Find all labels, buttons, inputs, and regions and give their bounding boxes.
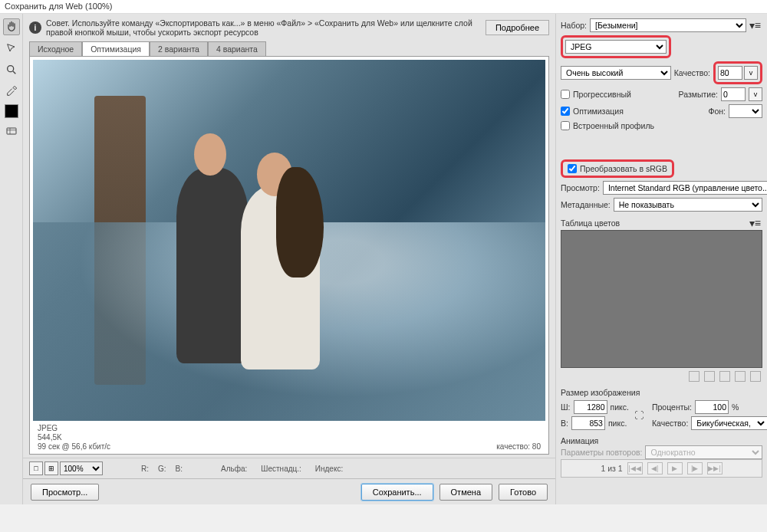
link-dimensions-icon[interactable]: ⛶: [634, 407, 644, 424]
save-button[interactable]: Сохранить...: [361, 484, 433, 501]
hand-tool[interactable]: [3, 18, 20, 35]
anim-prev-button: ◀|: [647, 462, 663, 475]
embed-profile-checkbox[interactable]: [561, 121, 570, 130]
settings-panel: Набор: [Безымени] ▾≡ JPEG Очень высокий …: [555, 14, 767, 504]
readout-index: Индекс:: [315, 465, 343, 473]
resample-select[interactable]: Бикубическая, че...: [691, 416, 767, 430]
foreground-color-swatch[interactable]: [5, 104, 18, 118]
embed-profile-label: Встроенный профиль: [573, 121, 654, 130]
height-label: В:: [561, 419, 568, 428]
info-icon: i: [29, 21, 41, 34]
ct-action-3-icon[interactable]: [719, 371, 730, 382]
height-input[interactable]: [571, 416, 605, 430]
toggle-slices-visibility[interactable]: [3, 123, 20, 140]
ct-action-1-icon[interactable]: [689, 371, 700, 382]
anim-next-button: |▶: [687, 462, 703, 475]
percent-suffix: %: [732, 402, 739, 412]
readout-hex: Шестнадц.:: [261, 465, 301, 473]
quality-preset-select[interactable]: Очень высокий: [561, 66, 671, 80]
svg-rect-1: [7, 128, 16, 134]
color-table-toolbar: [561, 368, 762, 385]
tip-text: Совет. Используйте команду «Экспортирова…: [46, 18, 481, 37]
cancel-button[interactable]: Отмена: [439, 484, 492, 501]
matte-select[interactable]: [729, 104, 762, 118]
readout-alpha: Альфа:: [221, 465, 247, 473]
tab-original[interactable]: Исходное: [29, 41, 82, 56]
zoom-out-button[interactable]: □: [29, 461, 43, 475]
optimized-label: Оптимизация: [573, 107, 624, 116]
readout-r: R:: [141, 465, 149, 473]
progressive-label: Прогрессивный: [573, 90, 631, 99]
preset-select[interactable]: [Безымени]: [590, 18, 746, 32]
preview-profile-label: Просмотр:: [561, 183, 600, 192]
width-unit: пикс.: [611, 402, 629, 412]
animation-controls: 1 из 1 |◀◀ ◀| ▶ |▶ ▶▶|: [561, 459, 762, 478]
blur-label: Размытие:: [679, 90, 718, 99]
preview-profile-select[interactable]: Internet Standard RGB (управление цвето.…: [603, 181, 767, 195]
loop-select: Однократно: [645, 445, 762, 459]
metadata-select[interactable]: Не показывать: [614, 198, 762, 212]
readout-g: G:: [158, 465, 166, 473]
preview-filesize: 544,5K: [38, 433, 110, 442]
tab-optimized[interactable]: Оптимизация: [82, 41, 150, 56]
animation-label: Анимация: [561, 436, 762, 445]
preview-quality: качество: 80: [496, 442, 541, 451]
ct-trash-icon[interactable]: [750, 371, 761, 382]
preset-label: Набор:: [561, 21, 587, 30]
preview-format: JPEG: [38, 424, 110, 432]
eyedropper-tool[interactable]: [3, 83, 20, 100]
zoom-tool[interactable]: [3, 61, 20, 78]
matte-label: Фон:: [708, 107, 726, 116]
svg-point-0: [7, 66, 13, 72]
zoom-select[interactable]: 100%: [60, 461, 103, 475]
anim-first-button: |◀◀: [627, 462, 643, 475]
quality-input[interactable]: [718, 66, 742, 80]
zoom-in-button[interactable]: ⊞: [44, 461, 58, 475]
width-input[interactable]: [574, 400, 607, 414]
resample-label: Качество:: [652, 419, 688, 428]
progressive-checkbox[interactable]: [561, 90, 570, 99]
loop-label: Параметры повторов:: [561, 448, 642, 457]
preview-image[interactable]: [33, 60, 545, 421]
blur-input[interactable]: [721, 87, 746, 101]
window-title: Сохранить для Web (100%): [0, 0, 767, 14]
convert-srgb-checkbox[interactable]: [568, 164, 577, 173]
optimized-checkbox[interactable]: [561, 107, 570, 116]
preview-button[interactable]: Просмотр...: [31, 484, 99, 501]
preview-frame: JPEG 544,5K 99 сек @ 56,6 кбит/с качеств…: [29, 56, 549, 455]
format-select[interactable]: JPEG: [565, 40, 667, 54]
color-table-area: [561, 230, 762, 368]
percent-label: Проценты:: [652, 402, 692, 412]
metadata-label: Метаданные:: [561, 200, 611, 209]
blur-stepper[interactable]: v: [749, 87, 762, 101]
anim-play-button: ▶: [667, 462, 683, 475]
preset-menu-icon[interactable]: ▾≡: [749, 20, 762, 31]
ct-action-2-icon[interactable]: [704, 371, 715, 382]
quality-stepper[interactable]: v: [744, 66, 758, 80]
anim-last-button: ▶▶|: [707, 462, 723, 475]
height-unit: пикс.: [608, 419, 627, 428]
width-label: Ш:: [561, 402, 571, 412]
learn-more-button[interactable]: Подробнее: [486, 20, 549, 35]
animation-page: 1 из 1: [601, 464, 622, 473]
image-size-label: Размер изображения: [561, 388, 762, 397]
tool-palette: [0, 14, 23, 504]
color-table-menu-icon[interactable]: ▾≡: [749, 218, 762, 228]
quality-label: Качество:: [674, 68, 710, 77]
preview-download-time: 99 сек @ 56,6 кбит/с: [38, 442, 110, 451]
convert-srgb-label: Преобразовать в sRGB: [580, 164, 667, 173]
tab-4up[interactable]: 4 варианта: [208, 41, 266, 56]
done-button[interactable]: Готово: [499, 484, 548, 501]
ct-action-4-icon[interactable]: [735, 371, 746, 382]
tab-2up[interactable]: 2 варианта: [150, 41, 208, 56]
readout-b: B:: [176, 465, 183, 473]
slice-select-tool[interactable]: [3, 40, 20, 57]
color-table-label: Таблица цветов: [561, 218, 620, 228]
percent-input[interactable]: [695, 400, 729, 414]
